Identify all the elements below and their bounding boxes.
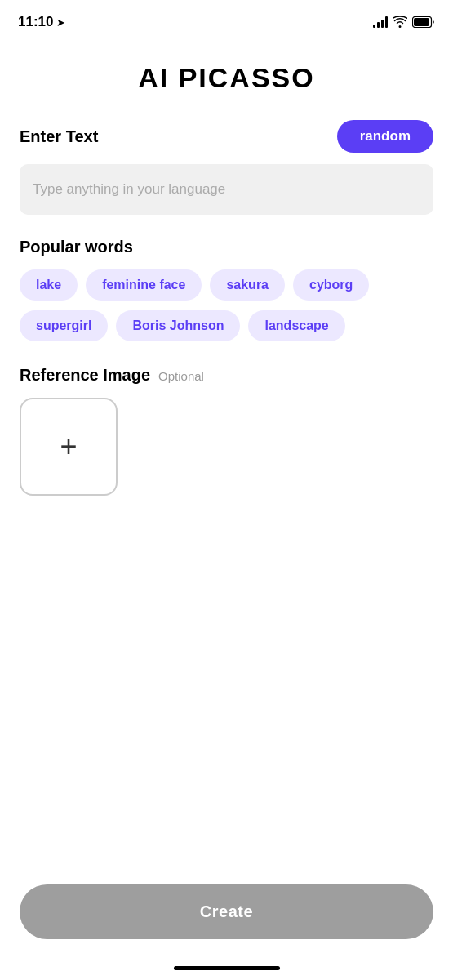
status-icons: [373, 16, 435, 28]
optional-label: Optional: [158, 369, 204, 383]
image-upload-box[interactable]: +: [20, 398, 118, 496]
chips-row-2: supergirl Boris Johnson landscape: [20, 310, 433, 341]
chip-lake[interactable]: lake: [20, 270, 78, 301]
popular-words-section: Popular words lake feminine face sakura …: [20, 238, 433, 341]
text-input[interactable]: [20, 164, 433, 215]
app-header: AI PICASSO: [0, 39, 453, 120]
chip-cyborg[interactable]: cyborg: [293, 270, 369, 301]
location-arrow-icon: ➤: [56, 16, 65, 29]
chip-feminine-face[interactable]: feminine face: [86, 270, 202, 301]
chip-boris-johnson[interactable]: Boris Johnson: [116, 310, 240, 341]
reference-image-section: Reference Image Optional +: [20, 366, 433, 496]
chip-sakura[interactable]: sakura: [210, 270, 285, 301]
bottom-bar: Create: [0, 884, 453, 939]
signal-icon: [373, 16, 388, 28]
reference-image-title: Reference Image: [20, 366, 150, 385]
svg-rect-1: [414, 18, 429, 26]
chip-landscape[interactable]: landscape: [248, 310, 344, 341]
status-bar: 11:10 ➤: [0, 0, 453, 39]
popular-words-title: Popular words: [20, 238, 433, 256]
status-time: 11:10: [18, 14, 53, 30]
home-indicator: [174, 966, 280, 970]
reference-image-header: Reference Image Optional: [20, 366, 433, 385]
random-button[interactable]: random: [337, 120, 433, 153]
wifi-icon: [393, 16, 407, 28]
chip-supergirl[interactable]: supergirl: [20, 310, 108, 341]
add-image-icon: +: [60, 432, 77, 461]
enter-text-header: Enter Text random: [20, 120, 433, 153]
enter-text-label: Enter Text: [20, 127, 98, 146]
battery-icon: [412, 16, 435, 28]
main-content: Enter Text random Popular words lake fem…: [0, 120, 453, 496]
create-button[interactable]: Create: [20, 884, 433, 939]
app-title: AI PICASSO: [0, 62, 453, 94]
chips-row-1: lake feminine face sakura cyborg: [20, 270, 433, 301]
